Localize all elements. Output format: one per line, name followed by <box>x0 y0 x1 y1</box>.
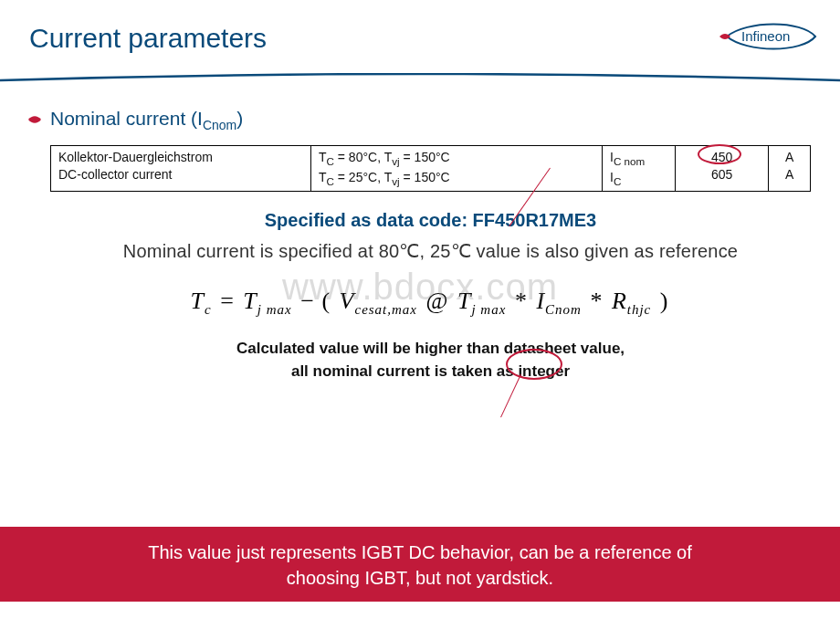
unit1: A <box>785 150 793 164</box>
cell-symbol: IC nom IC <box>603 146 676 192</box>
cell-conditions: TC = 80°C, Tvj = 150°C TC = 25°C, Tvj = … <box>310 146 602 192</box>
footer-l2: choosing IGBT, but not yardstick. <box>287 568 553 588</box>
slide-root: Current parameters Infineon Nominal curr… <box>0 0 840 629</box>
svg-text:Infineon: Infineon <box>741 28 790 44</box>
f-eq: = <box>218 288 243 314</box>
note2-l1: Calculated value will be higher than dat… <box>236 340 625 357</box>
cell-unit: A A <box>769 146 811 192</box>
body: Nominal current (ICnom) Kollektor-Dauerg… <box>0 91 840 383</box>
note-conditions: Nominal current is specified at 80℃, 25℃… <box>50 240 811 262</box>
note-calculated: Calculated value will be higher than dat… <box>50 338 811 383</box>
datacode-line: Specified as data code: FF450R17ME3 <box>50 210 811 231</box>
infineon-logo: Infineon <box>710 18 820 55</box>
val1: 450 <box>711 150 732 164</box>
cond2: TC = 25°C, Tvj = 150°C <box>319 170 450 184</box>
f-close: ) <box>658 288 671 314</box>
cell-value: 450 605 <box>675 146 769 192</box>
f-Tc-sub: c <box>205 302 212 317</box>
f-Tc-T: T <box>191 288 205 314</box>
subheading-suffix: ) <box>236 108 243 129</box>
cond1: TC = 80°C, Tvj = 150°C <box>319 150 450 164</box>
f-at: @ <box>425 288 451 314</box>
footer-bar: This value just represents IGBT DC behav… <box>0 527 840 602</box>
subheading-prefix: Nominal current (I <box>50 108 203 129</box>
f-V: V <box>340 288 355 314</box>
f-star2: * <box>588 288 604 314</box>
title-underline <box>0 73 840 84</box>
table-row: Kollektor-Dauergleichstrom DC-collector … <box>51 146 811 192</box>
f-minus: − ( <box>299 288 332 314</box>
header: Current parameters Infineon <box>0 0 840 91</box>
spec-table: Kollektor-Dauergleichstrom DC-collector … <box>50 145 811 192</box>
unit2: A <box>785 167 793 182</box>
subheading: Nominal current (ICnom) <box>50 108 811 132</box>
param-de: Kollektor-Dauergleichstrom <box>58 150 213 164</box>
f-star1: * <box>513 288 530 314</box>
f-I: I <box>536 288 545 314</box>
f-Tjmax1-sub: j max <box>257 302 292 317</box>
sym1: IC nom <box>610 150 645 164</box>
f-I-sub: Cnom <box>545 302 582 317</box>
bullet-icon <box>28 115 41 124</box>
subheading-subscript: Cnom <box>203 118 236 132</box>
f-Tjmax2-T: T <box>457 288 471 314</box>
f-V-sub: cesat,max <box>354 302 417 317</box>
param-en: DC-collector current <box>58 167 172 182</box>
f-R: R <box>612 288 627 314</box>
sym2: IC <box>610 170 621 184</box>
cell-param-name: Kollektor-Dauergleichstrom DC-collector … <box>51 146 311 192</box>
note2-l2: all nominal current is taken as integer <box>291 362 570 380</box>
formula: Tc = Tj max − ( Vcesat,max @ Tj max * IC… <box>50 288 811 318</box>
f-R-sub: thjc <box>627 302 652 317</box>
footer-l1: This value just represents IGBT DC behav… <box>148 542 692 562</box>
val2: 605 <box>711 167 732 182</box>
f-Tjmax1-T: T <box>243 288 257 314</box>
f-Tjmax2-sub: j max <box>471 302 506 317</box>
